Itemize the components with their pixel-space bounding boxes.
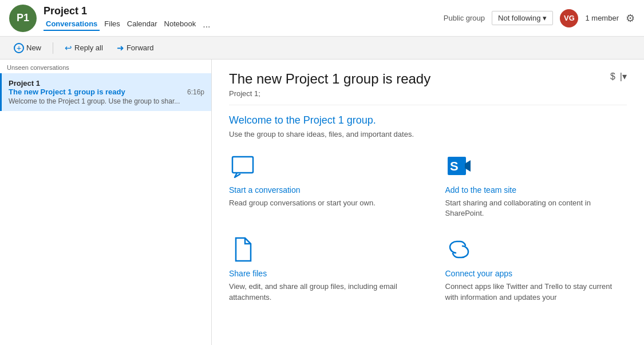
- welcome-subtext: Use the group to share ideas, files, and…: [229, 130, 627, 138]
- connect-apps-desc: Connect apps like Twitter and Trello to …: [445, 281, 627, 302]
- reply-label: Reply all: [74, 43, 103, 52]
- connect-apps-link[interactable]: Connect your apps: [445, 269, 627, 278]
- file-icon: [229, 236, 256, 263]
- conv-subject: The new Project 1 group is ready 6:16p: [9, 88, 204, 96]
- nav-more-button[interactable]: ...: [200, 18, 212, 31]
- email-title: The new Project 1 group is ready $ |▾: [229, 71, 627, 87]
- follow-button[interactable]: Not following ▾: [492, 11, 553, 25]
- conv-subject-text: The new Project 1 group is ready: [9, 88, 125, 96]
- email-content: The new Project 1 group is ready $ |▾ Pr…: [212, 60, 644, 345]
- sharepoint-icon: S: [445, 152, 473, 180]
- forward-button[interactable]: ➜ Forward: [112, 41, 159, 55]
- conv-project: Project 1: [9, 79, 204, 88]
- link-icon: [445, 236, 473, 263]
- reply-all-icon: ↩: [65, 43, 72, 53]
- app-header: P1 Project 1 Conversations Files Calenda…: [0, 0, 644, 37]
- chat-icon: [229, 152, 256, 180]
- add-team-site-link[interactable]: Add to the team site: [445, 185, 627, 195]
- follow-label: Not following: [498, 14, 540, 22]
- member-count: 1 member: [585, 14, 619, 22]
- user-avatar[interactable]: VG: [560, 9, 578, 27]
- feature-start-conversation: Start a conversation Read group conversa…: [229, 152, 411, 219]
- forward-icon: ➜: [117, 43, 124, 53]
- public-group-label: Public group: [444, 14, 485, 22]
- feature-share-files: Share files View, edit, and share all gr…: [229, 236, 411, 302]
- tab-calendar[interactable]: Calendar: [125, 18, 160, 31]
- group-info: Project 1 Conversations Files Calendar N…: [44, 5, 444, 31]
- main-layout: Unseen conversations Project 1 The new P…: [0, 60, 644, 345]
- share-files-desc: View, edit, and share all group files, i…: [229, 281, 411, 302]
- tab-files[interactable]: Files: [102, 18, 122, 31]
- plus-icon: +: [14, 43, 24, 53]
- chevron-down-icon: ▾: [543, 14, 547, 22]
- dollar-icon[interactable]: $: [610, 72, 615, 82]
- new-label: New: [26, 43, 41, 52]
- forward-label: Forward: [127, 43, 154, 52]
- tab-notebook[interactable]: Notebook: [162, 18, 199, 31]
- svg-text:S: S: [450, 159, 459, 173]
- feature-connect-apps: Connect your apps Connect apps like Twit…: [445, 236, 627, 302]
- expand-icon[interactable]: |▾: [620, 71, 627, 82]
- toolbar: + New ↩ Reply all ➜ Forward: [0, 37, 644, 60]
- svg-rect-0: [232, 157, 253, 173]
- add-team-site-desc: Start sharing and collaborating on conte…: [445, 198, 627, 219]
- group-name: Project 1: [44, 5, 444, 17]
- conv-time: 6:16p: [187, 88, 204, 96]
- start-conversation-desc: Read group conversations or start your o…: [229, 198, 411, 208]
- nav-tabs: Conversations Files Calendar Notebook ..…: [44, 18, 444, 31]
- email-meta: Project 1;: [229, 89, 627, 105]
- settings-icon[interactable]: ⚙: [626, 12, 635, 25]
- welcome-heading: Welcome to the Project 1 group.: [229, 114, 627, 126]
- feature-add-team-site: S Add to the team site Start sharing and…: [445, 152, 627, 219]
- share-files-link[interactable]: Share files: [229, 269, 411, 278]
- email-actions: $ |▾: [610, 71, 627, 82]
- group-avatar: P1: [9, 5, 37, 32]
- conv-preview: Welcome to the Project 1 group. Use the …: [9, 97, 204, 105]
- features-grid: Start a conversation Read group conversa…: [229, 152, 627, 303]
- toolbar-divider-1: [53, 42, 53, 54]
- tab-conversations[interactable]: Conversations: [44, 18, 100, 31]
- sidebar: Unseen conversations Project 1 The new P…: [0, 60, 212, 345]
- reply-all-button[interactable]: ↩ Reply all: [60, 41, 108, 55]
- email-title-text: The new Project 1 group is ready: [229, 71, 430, 87]
- header-right: Public group Not following ▾ VG 1 member…: [444, 9, 635, 27]
- unseen-label: Unseen conversations: [0, 60, 211, 73]
- start-conversation-link[interactable]: Start a conversation: [229, 185, 411, 195]
- new-button[interactable]: + New: [9, 41, 46, 55]
- list-item[interactable]: Project 1 The new Project 1 group is rea…: [0, 73, 211, 111]
